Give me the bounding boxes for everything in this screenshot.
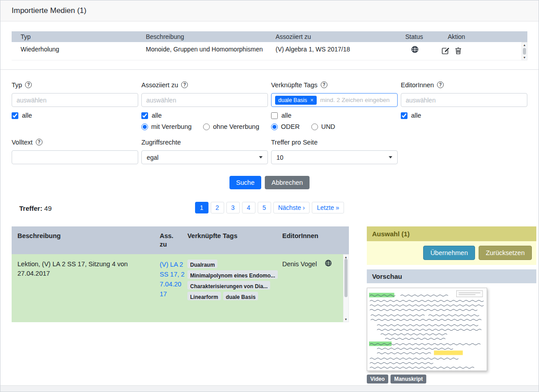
selected-value: egal <box>147 154 158 161</box>
result-tags: Dualraum Minimalpolynom eines Endomo... … <box>187 260 276 300</box>
result-status <box>319 254 343 322</box>
imported-media-table: Typ Beschreibung Assoziiert zu Status Ak… <box>12 31 527 60</box>
editorinnen-alle-checkbox[interactable]: alle <box>401 112 527 119</box>
vorschau-title: Vorschau <box>367 269 536 283</box>
filter-assoziiert-label: Assoziiert zu <box>141 81 178 89</box>
filter-verknuepfte-tags: Verknüpfte Tags ? duale Basis × mind. 2 … <box>271 80 398 130</box>
tag-remove-icon[interactable]: × <box>310 98 314 103</box>
column-header-typ: Typ <box>12 31 137 42</box>
preview-badges: Video Manuskript <box>367 375 536 383</box>
cell-typ: Wiederholung <box>12 42 137 60</box>
filter-zugriffsrechte: Zugriffsrechte egal <box>141 137 268 164</box>
radio[interactable] <box>311 124 318 130</box>
imported-table-header-row: Typ Beschreibung Assoziiert zu Status Ak… <box>12 31 527 42</box>
page-button-2[interactable]: 2 <box>211 202 224 213</box>
typ-alle-checkbox[interactable]: alle <box>12 112 138 119</box>
video-badge: Video <box>367 375 388 383</box>
next-page-button[interactable]: Nächste › <box>273 202 310 213</box>
help-icon[interactable]: ? <box>437 81 444 88</box>
treffer-pro-seite-select[interactable]: 10 <box>271 150 398 164</box>
zuruecksetzen-button[interactable]: Zurücksetzen <box>479 246 532 260</box>
page-button-4[interactable]: 4 <box>242 202 255 213</box>
imported-table-scrollbar[interactable]: ▲ ▼ <box>522 42 527 60</box>
trash-icon[interactable] <box>455 46 462 56</box>
radio-label: ohne Vererbung <box>213 123 259 130</box>
checkbox-label: alle <box>411 112 421 119</box>
radio-label: UND <box>321 123 335 130</box>
globe-icon <box>411 47 419 55</box>
tags-input[interactable]: duale Basis × mind. 2 Zeichen eingeben <box>271 93 398 107</box>
help-icon[interactable]: ? <box>36 139 42 145</box>
cell-aktion <box>439 42 522 60</box>
filter-zugriffsrechte-label: Zugriffsrechte <box>141 139 181 146</box>
filter-volltext: Volltext ? <box>12 137 138 164</box>
radio[interactable] <box>141 124 148 130</box>
results-header-row: Beschreibung Ass. zu Verknüpfte Tags Edi… <box>12 226 349 254</box>
uebernehmen-button[interactable]: Übernehmen <box>423 246 475 260</box>
checkbox[interactable] <box>401 112 407 119</box>
treffer-value: 49 <box>44 205 52 212</box>
filter-panel: Typ ? alle Assoziiert zu ? alle <box>12 80 527 189</box>
volltext-input[interactable] <box>12 150 138 164</box>
checkbox[interactable] <box>141 112 148 119</box>
ohne-vererbung-radio[interactable]: ohne Vererbung <box>203 123 259 130</box>
page-button-5[interactable]: 5 <box>258 202 271 213</box>
scroll-up-icon[interactable]: ▲ <box>344 256 348 259</box>
section-divider <box>0 69 539 70</box>
tag-duale-basis: duale Basis × <box>275 96 317 105</box>
editorinnen-select-input[interactable] <box>401 93 527 107</box>
scroll-thumb[interactable] <box>523 48 526 55</box>
selection-panel: Auswahl (1) Übernehmen Zurücksetzen Vors… <box>367 226 536 383</box>
checkbox[interactable] <box>12 112 18 119</box>
page-header: Importierte Medien (1) <box>0 0 539 21</box>
column-header-verknuepfte-tags: Verknüpfte Tags <box>182 226 276 254</box>
page-button-3[interactable]: 3 <box>226 202 240 213</box>
tag-chip: Charakterisierungen von Dia... <box>187 281 270 290</box>
radio-label: mit Vererbung <box>151 123 191 130</box>
manuskript-badge: Manuskript <box>390 375 426 383</box>
tag-chip: Minimalpolynom eines Endomo... <box>187 270 278 279</box>
last-page-button[interactable]: Letzte » <box>312 202 344 213</box>
column-header-ass-zu: Ass. zu <box>154 226 182 254</box>
checkbox[interactable] <box>271 112 278 119</box>
scroll-down-icon[interactable]: ▼ <box>523 56 526 59</box>
result-row[interactable]: Lektion, (V) LA 2 SS 17, Sitzung 4 von 2… <box>12 254 343 322</box>
result-assoziiert-link[interactable]: (V) LA 2 SS 17, 27.04.2017 <box>160 260 185 299</box>
und-radio[interactable]: UND <box>311 123 335 130</box>
results-table-scrollbar[interactable]: ▲ ▼ <box>343 254 349 322</box>
chevron-down-icon <box>259 156 263 158</box>
manuscript-preview-image[interactable] <box>367 288 487 371</box>
typ-select-input[interactable] <box>12 93 138 107</box>
results-table: Beschreibung Ass. zu Verknüpfte Tags Edi… <box>12 226 349 383</box>
scroll-up-icon[interactable]: ▲ <box>523 43 526 47</box>
scroll-thumb[interactable] <box>344 259 348 297</box>
pagination: 1 2 3 4 5 Nächste › Letzte » <box>195 202 344 213</box>
help-icon[interactable]: ? <box>181 81 188 88</box>
imported-table-row: Wiederholung Monoide, Gruppen und Homomo… <box>12 42 522 60</box>
edit-icon[interactable] <box>441 46 449 56</box>
radio[interactable] <box>271 124 278 130</box>
cell-beschreibung: Monoide, Gruppen und Homomorphismen <box>137 42 267 60</box>
radio[interactable] <box>203 124 210 130</box>
globe-icon <box>325 261 332 268</box>
column-header-editorinnen: EditorInnen <box>276 226 319 254</box>
page-button-1[interactable]: 1 <box>195 202 208 213</box>
page-footer <box>0 385 539 392</box>
assoziiert-alle-checkbox[interactable]: alle <box>141 112 268 119</box>
mit-vererbung-radio[interactable]: mit Vererbung <box>141 123 191 130</box>
checkbox-label: alle <box>152 112 162 119</box>
tag-chip: duale Basis <box>223 292 259 300</box>
suche-button[interactable]: Suche <box>229 176 261 189</box>
column-header-status: Status <box>396 31 439 42</box>
scroll-down-icon[interactable]: ▼ <box>344 318 348 321</box>
chevron-down-icon <box>389 156 392 158</box>
abbrechen-button[interactable]: Abbrechen <box>265 176 310 189</box>
tags-alle-checkbox[interactable]: alle <box>271 112 398 119</box>
result-editorinnen: Denis Vogel <box>276 254 319 322</box>
zugriffsrechte-select[interactable]: egal <box>141 150 268 164</box>
help-icon[interactable]: ? <box>321 81 327 88</box>
help-icon[interactable]: ? <box>25 81 32 88</box>
oder-radio[interactable]: ODER <box>271 123 300 130</box>
assoziiert-select-input[interactable] <box>141 93 268 107</box>
filter-treffer-pro-seite-label: Treffer pro Seite <box>271 139 318 146</box>
